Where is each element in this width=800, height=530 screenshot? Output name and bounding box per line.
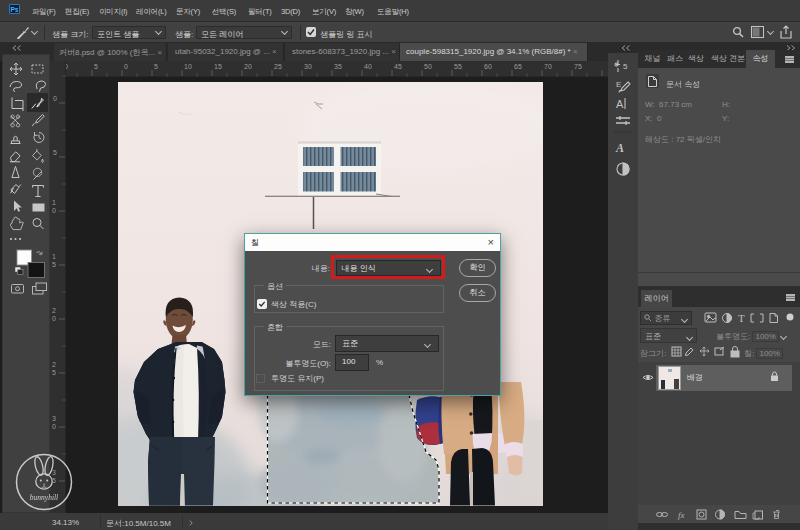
svg-text:55: 55 [454,63,462,70]
svg-text:0: 0 [52,315,56,322]
svg-text:65: 65 [514,63,522,70]
svg-text:0: 0 [52,207,56,214]
svg-text:70: 70 [544,63,552,70]
svg-text:75: 75 [574,63,582,70]
svg-text:35: 35 [334,63,342,70]
svg-text:5: 5 [52,261,56,268]
svg-text:40: 40 [364,63,372,70]
svg-text:fx: fx [678,510,685,520]
svg-text:0: 0 [52,423,56,430]
svg-text:30: 30 [304,63,312,70]
svg-text:5: 5 [623,62,628,71]
svg-text:10: 10 [184,63,192,70]
svg-text:5: 5 [94,63,98,70]
svg-text:2: 2 [52,307,56,314]
svg-text:45: 45 [394,63,402,70]
svg-text:A: A [616,98,624,110]
svg-text:15: 15 [214,63,222,70]
svg-text:3: 3 [52,415,56,422]
svg-text:1: 1 [52,199,56,206]
svg-text:5: 5 [52,369,56,376]
svg-text:60: 60 [484,63,492,70]
svg-text:5: 5 [154,63,158,70]
svg-text:2: 2 [52,361,56,368]
svg-text:E: E [616,80,621,89]
svg-text:20: 20 [244,63,252,70]
svg-text:50: 50 [424,63,432,70]
svg-text:5: 5 [53,149,57,156]
svg-text:T: T [738,312,745,324]
svg-text:bunnyhill: bunnyhill [30,493,58,502]
svg-text:A: A [615,141,624,155]
svg-text:0: 0 [124,63,128,70]
svg-text:25: 25 [274,63,282,70]
svg-text:1: 1 [52,253,56,260]
svg-text:0: 0 [53,95,57,102]
